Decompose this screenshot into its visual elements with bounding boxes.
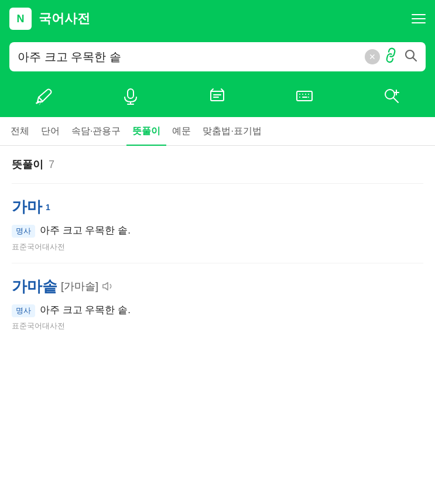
menu-button[interactable] [412,14,426,23]
app-title: 국어사전 [39,10,412,28]
pos-badge: 명사 [12,225,35,238]
section-title: 뜻풀이 7 [12,157,423,172]
clear-button[interactable]: ✕ [365,49,380,64]
tab-word[interactable]: 단어 [35,117,66,146]
tab-all[interactable]: 전체 [5,117,35,146]
entry-body: 명사 아주 크고 우목한 솥. [12,303,423,318]
handwriting-button[interactable]: 가 [28,83,59,109]
ocr-button[interactable] [202,83,232,109]
tab-meaning[interactable]: 뜻풀이 [126,117,166,146]
source: 표준국어대사전 [12,321,423,331]
tabs-row: 전체 단어 속담·관용구 뜻풀이 예문 맞춤법·표기법 [0,117,435,146]
svg-rect-11 [297,91,312,101]
svg-rect-3 [128,89,133,98]
tab-proverb[interactable]: 속담·관용구 [66,117,126,146]
search-button[interactable] [403,48,417,66]
pos-badge: 명사 [12,304,35,317]
svg-line-20 [393,98,398,102]
definition: 아주 크고 우목한 솥. [40,303,131,318]
entry-word: 가마솥 [가마솔] [12,276,423,297]
svg-rect-6 [211,91,224,101]
link-icon[interactable] [381,46,402,68]
search-bar: 아주 크고 우목한 솥 ✕ [9,42,426,71]
sound-icon[interactable] [102,280,115,293]
search-bar-container: 아주 크고 우목한 솥 ✕ [0,37,435,80]
app-header: N 국어사전 [0,0,435,37]
search-query: 아주 크고 우목한 솥 [18,49,360,65]
voice-button[interactable] [115,83,146,109]
search-plus-button[interactable] [376,83,407,109]
entry-word: 가마1 [12,197,423,217]
main-content: 뜻풀이 7 가마1 명사 아주 크고 우목한 솥. 표준국어대사전 가마솥 [가… [0,146,435,342]
entry-body: 명사 아주 크고 우목한 솥. [12,223,423,238]
tools-row: 가 [0,80,435,117]
source: 표준국어대사전 [12,242,423,252]
definition: 아주 크고 우목한 솥. [40,223,131,238]
svg-text:가: 가 [36,100,42,105]
svg-line-1 [413,58,417,61]
svg-marker-23 [103,283,108,290]
keyboard-button[interactable] [289,83,320,109]
entry-gama1: 가마1 명사 아주 크고 우목한 솥. 표준국어대사전 [12,183,423,263]
tab-spelling[interactable]: 맞춤법·표기법 [197,117,267,146]
naver-logo: N [9,8,32,30]
entry-gamasol: 가마솥 [가마솔] 명사 아주 크고 우목한 솥. 표준국어대사전 [12,263,423,342]
tab-example[interactable]: 예문 [166,117,197,146]
